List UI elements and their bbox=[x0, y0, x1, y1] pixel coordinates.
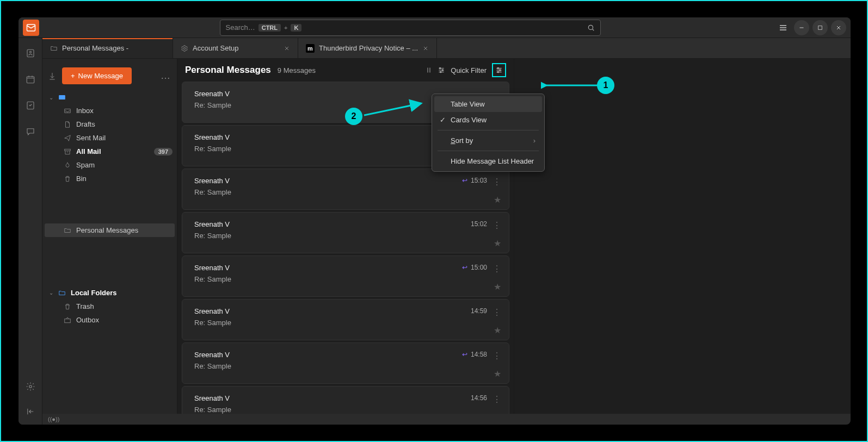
sent-icon bbox=[63, 134, 72, 142]
tasks-space-button[interactable] bbox=[23, 98, 38, 113]
svg-point-17 bbox=[497, 71, 498, 72]
message-time: 14:58 bbox=[471, 351, 487, 358]
unread-badge: 397 bbox=[154, 148, 173, 155]
status-bar: ((●)) bbox=[42, 414, 851, 425]
message-sender: Sreenath V bbox=[194, 394, 499, 402]
folder-outbox[interactable]: Outbox bbox=[42, 313, 177, 327]
chat-space-button[interactable] bbox=[23, 124, 38, 139]
folder-inbox[interactable]: Inbox bbox=[42, 104, 177, 117]
folder-label: Outbox bbox=[76, 316, 99, 324]
message-more-button[interactable]: ⋮ bbox=[493, 264, 501, 274]
trash-icon bbox=[63, 175, 72, 183]
star-button[interactable]: ★ bbox=[494, 282, 501, 292]
message-subject: Re: Sample bbox=[194, 319, 499, 327]
reply-icon: ↩ bbox=[462, 177, 467, 184]
folder-personal-messages[interactable]: Personal Messages bbox=[45, 223, 175, 237]
new-message-button[interactable]: + New Message bbox=[62, 67, 132, 84]
local-folders-toggle[interactable]: ⌄ Local Folders bbox=[42, 286, 177, 300]
message-more-button[interactable]: ⋮ bbox=[493, 351, 501, 361]
star-button[interactable]: ★ bbox=[494, 369, 501, 379]
message-more-button[interactable]: ⋮ bbox=[493, 177, 501, 187]
chevron-right-icon: › bbox=[533, 136, 535, 145]
mozilla-icon: m bbox=[306, 44, 315, 53]
minimize-button[interactable] bbox=[794, 20, 809, 35]
message-card[interactable]: Sreenath VRe: Sample↩14:58⋮★ bbox=[182, 343, 509, 384]
app-icon bbox=[23, 20, 39, 36]
tab-account-setup[interactable]: Account Setup bbox=[173, 38, 298, 58]
folder-bin[interactable]: Bin bbox=[42, 172, 177, 185]
message-more-button[interactable]: ⋮ bbox=[493, 394, 501, 404]
star-button[interactable]: ★ bbox=[494, 195, 501, 205]
flame-icon bbox=[63, 161, 72, 169]
archive-icon bbox=[63, 148, 72, 155]
message-time: 15:00 bbox=[471, 264, 487, 271]
message-card[interactable]: Sreenath VRe: Sample14:59⋮★ bbox=[182, 299, 509, 340]
svg-point-1 bbox=[588, 25, 593, 29]
menu-item-sort-by[interactable]: Sort by › bbox=[434, 133, 542, 148]
folder-title: Personal Messages bbox=[185, 65, 271, 76]
thread-icon[interactable] bbox=[426, 66, 432, 74]
close-icon[interactable] bbox=[422, 45, 429, 52]
maximize-button[interactable] bbox=[812, 20, 828, 35]
tab-label: Thunderbird Privacy Notice – ... bbox=[319, 44, 418, 52]
message-subject: Re: Sample bbox=[194, 406, 499, 414]
message-sender: Sreenath V bbox=[194, 351, 499, 359]
message-card[interactable]: Sreenath VRe: Sample↩15:03⋮★ bbox=[182, 169, 509, 210]
message-subject: Re: Sample bbox=[194, 232, 499, 240]
annotation-marker-2: 2 bbox=[345, 108, 362, 125]
svg-point-8 bbox=[183, 47, 186, 49]
folder-all-mail[interactable]: All Mail397 bbox=[42, 145, 177, 158]
folder-drafts[interactable]: Drafts bbox=[42, 117, 177, 131]
tab-privacy-notice[interactable]: m Thunderbird Privacy Notice – ... bbox=[298, 38, 437, 58]
display-options-button[interactable] bbox=[492, 63, 506, 77]
account-toggle[interactable]: ⌄ bbox=[42, 91, 177, 104]
get-messages-button[interactable] bbox=[48, 72, 57, 80]
quick-filter-label[interactable]: Quick Filter bbox=[451, 66, 487, 74]
star-button[interactable]: ★ bbox=[494, 325, 501, 335]
svg-point-13 bbox=[442, 70, 443, 71]
mail-space-button[interactable] bbox=[23, 46, 38, 61]
folder-icon bbox=[50, 45, 58, 52]
settings-button[interactable] bbox=[23, 379, 38, 394]
preview-panel bbox=[514, 59, 851, 414]
star-button[interactable]: ★ bbox=[494, 412, 501, 414]
more-options-button[interactable]: … bbox=[161, 70, 171, 82]
menu-item-hide-header[interactable]: Hide Message List Header bbox=[434, 153, 542, 169]
divider bbox=[438, 130, 539, 130]
hamburger-menu-button[interactable] bbox=[775, 20, 791, 35]
menu-item-cards-view[interactable]: ✓ Cards View bbox=[434, 112, 542, 128]
message-more-button[interactable]: ⋮ bbox=[493, 307, 501, 318]
close-icon[interactable] bbox=[284, 45, 290, 52]
filter-settings-icon[interactable] bbox=[438, 66, 445, 74]
message-time: 15:02 bbox=[471, 220, 487, 228]
folder-sent-mail[interactable]: Sent Mail bbox=[42, 131, 177, 145]
annotation-marker-1: 1 bbox=[597, 77, 614, 94]
folder-icon bbox=[58, 289, 66, 297]
plus-icon: + bbox=[71, 72, 75, 80]
folder-sidebar: + New Message … ⌄ InboxDraftsSent MailAl… bbox=[42, 59, 177, 414]
tab-personal-messages[interactable]: Personal Messages - bbox=[42, 38, 173, 58]
folder-trash[interactable]: Trash bbox=[42, 300, 177, 313]
message-more-button[interactable]: ⋮ bbox=[493, 220, 501, 231]
message-sender: Sreenath V bbox=[194, 220, 499, 228]
outbox-icon bbox=[63, 316, 72, 324]
collapse-button[interactable] bbox=[23, 404, 38, 419]
local-folders-label: Local Folders bbox=[71, 289, 117, 297]
global-search-input[interactable]: Search… CTRL + K bbox=[220, 20, 601, 36]
folder-spam[interactable]: Spam bbox=[42, 158, 177, 172]
message-card[interactable]: Sreenath VRe: Sample15:02⋮★ bbox=[182, 212, 509, 253]
search-placeholder-text: Search… bbox=[226, 23, 255, 32]
svg-rect-10 bbox=[65, 149, 71, 151]
menu-item-table-view[interactable]: Table View bbox=[434, 96, 542, 112]
svg-rect-5 bbox=[27, 77, 34, 83]
calendar-space-button[interactable] bbox=[23, 72, 38, 87]
svg-point-16 bbox=[500, 70, 501, 71]
folder-label: Trash bbox=[76, 302, 94, 310]
message-card[interactable]: Sreenath VRe: Sample14:56⋮★ bbox=[182, 386, 509, 414]
svg-line-19 bbox=[364, 103, 421, 115]
gear-icon bbox=[181, 45, 188, 52]
close-button[interactable] bbox=[831, 20, 846, 35]
message-card[interactable]: Sreenath VRe: Sample↩15:00⋮★ bbox=[182, 256, 509, 297]
svg-rect-2 bbox=[818, 26, 822, 29]
star-button[interactable]: ★ bbox=[494, 238, 501, 248]
